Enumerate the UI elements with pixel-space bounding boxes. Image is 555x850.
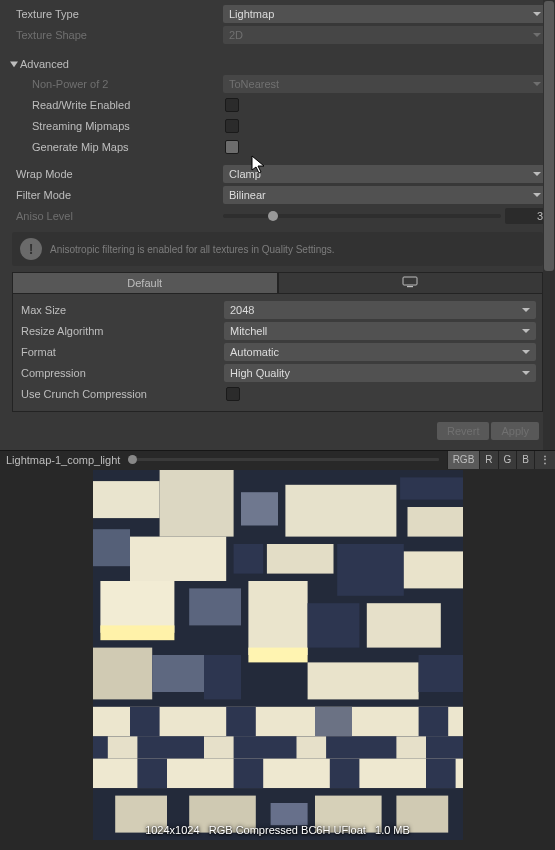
svg-rect-4: [159, 470, 233, 537]
svg-rect-14: [403, 551, 462, 588]
svg-rect-21: [366, 603, 440, 647]
maxsize-dropdown[interactable]: 2048: [224, 301, 536, 319]
svg-rect-45: [270, 803, 307, 825]
svg-rect-22: [93, 648, 152, 700]
preview-image: 1024x1024 RGB Compressed BC6H UFloat 1.0…: [93, 470, 463, 840]
genmipmaps-checkbox[interactable]: [225, 140, 239, 154]
filtermode-label: Filter Mode: [8, 189, 223, 201]
aniso-slider[interactable]: [223, 214, 501, 218]
svg-rect-26: [418, 655, 462, 692]
svg-rect-9: [93, 529, 130, 566]
texture-type-label: Texture Type: [8, 8, 223, 20]
wrapmode-dropdown[interactable]: Clamp: [223, 165, 547, 183]
readwrite-label: Read/Write Enabled: [8, 99, 223, 111]
maxsize-label: Max Size: [19, 304, 224, 316]
aniso-thumb[interactable]: [268, 211, 278, 221]
svg-rect-24: [204, 655, 241, 699]
tab-default[interactable]: Default: [12, 272, 278, 294]
revert-button[interactable]: Revert: [437, 422, 489, 440]
preview-mip-slider[interactable]: [128, 458, 438, 461]
resizealgo-dropdown[interactable]: Mitchell: [224, 322, 536, 340]
preview-caption: 1024x1024 RGB Compressed BC6H UFloat 1.0…: [93, 824, 463, 836]
scrollbar-thumb[interactable]: [544, 1, 554, 271]
chevron-down-icon: [8, 58, 20, 70]
svg-rect-6: [285, 485, 396, 537]
svg-rect-29: [226, 707, 256, 737]
streaming-label: Streaming Mipmaps: [8, 120, 223, 132]
svg-rect-19: [248, 648, 307, 663]
svg-rect-15: [100, 581, 174, 633]
svg-rect-25: [307, 662, 418, 699]
svg-rect-23: [152, 655, 204, 692]
tab-standalone[interactable]: [278, 272, 544, 294]
wrapmode-label: Wrap Mode: [8, 168, 223, 180]
scrollbar-vertical[interactable]: [543, 0, 555, 450]
svg-rect-28: [130, 707, 160, 737]
svg-rect-16: [100, 625, 174, 640]
texture-shape-dropdown: 2D: [223, 26, 547, 44]
preview-mip-thumb[interactable]: [128, 455, 137, 464]
svg-rect-13: [337, 544, 404, 596]
apply-button[interactable]: Apply: [491, 422, 539, 440]
aniso-label: Aniso Level: [8, 210, 223, 222]
svg-rect-36: [396, 736, 426, 758]
compression-dropdown[interactable]: High Quality: [224, 364, 536, 382]
svg-rect-39: [233, 759, 263, 789]
advanced-header-label: Advanced: [20, 58, 69, 70]
advanced-foldout[interactable]: Advanced: [8, 54, 547, 74]
svg-rect-18: [248, 581, 307, 655]
svg-rect-31: [418, 707, 448, 737]
svg-rect-8: [407, 507, 463, 537]
preview-menu-icon[interactable]: ⋮: [534, 451, 555, 469]
resizealgo-label: Resize Algorithm: [19, 325, 224, 337]
svg-rect-38: [137, 759, 167, 789]
genmipmaps-label: Generate Mip Maps: [8, 141, 223, 153]
svg-rect-5: [241, 492, 278, 525]
svg-rect-41: [426, 759, 456, 789]
svg-rect-20: [307, 603, 359, 647]
channel-g-button[interactable]: G: [498, 451, 517, 469]
channel-b-button[interactable]: B: [516, 451, 534, 469]
svg-rect-34: [204, 736, 234, 758]
texture-shape-label: Texture Shape: [8, 29, 223, 41]
info-icon: !: [20, 238, 42, 260]
crunch-checkbox[interactable]: [226, 387, 240, 401]
svg-rect-17: [189, 588, 241, 625]
aniso-value[interactable]: 3: [505, 208, 547, 224]
monitor-icon: [402, 276, 418, 290]
texture-type-dropdown[interactable]: Lightmap: [223, 5, 547, 23]
format-dropdown[interactable]: Automatic: [224, 343, 536, 361]
compression-label: Compression: [19, 367, 224, 379]
svg-rect-35: [296, 736, 326, 758]
nonpow2-label: Non-Power of 2: [8, 78, 223, 90]
svg-rect-7: [400, 477, 463, 499]
svg-rect-1: [407, 286, 413, 287]
format-label: Format: [19, 346, 224, 358]
svg-rect-12: [266, 544, 333, 574]
readwrite-checkbox[interactable]: [225, 98, 239, 112]
svg-rect-33: [107, 736, 137, 758]
svg-rect-10: [130, 537, 226, 581]
filtermode-dropdown[interactable]: Bilinear: [223, 186, 547, 204]
preview-asset-name: Lightmap-1_comp_light: [6, 454, 120, 466]
svg-rect-11: [233, 544, 263, 574]
streaming-checkbox[interactable]: [225, 119, 239, 133]
nonpow2-dropdown: ToNearest: [223, 75, 547, 93]
svg-rect-0: [403, 277, 417, 285]
svg-rect-40: [329, 759, 359, 789]
info-box: ! Anisotropic filtering is enabled for a…: [12, 232, 543, 266]
svg-rect-3: [93, 481, 160, 518]
crunch-label: Use Crunch Compression: [19, 388, 224, 400]
svg-rect-30: [315, 707, 352, 737]
info-text: Anisotropic filtering is enabled for all…: [50, 244, 335, 255]
channel-rgb-button[interactable]: RGB: [447, 451, 480, 469]
channel-r-button[interactable]: R: [479, 451, 497, 469]
